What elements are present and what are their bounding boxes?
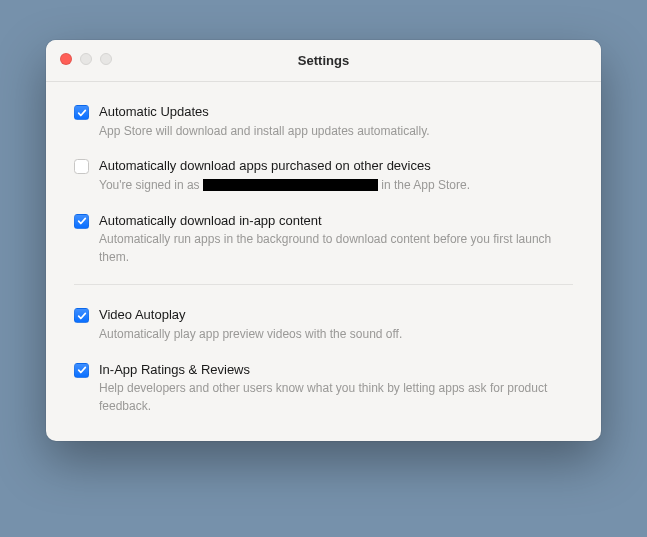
settings-content: Automatic Updates App Store will downloa…: [46, 82, 601, 441]
auto-download-inapp-content-checkbox[interactable]: [74, 214, 89, 229]
traffic-lights: [60, 53, 112, 65]
setting-row: In-App Ratings & Reviews Help developers…: [74, 362, 573, 416]
auto-download-purchased-checkbox[interactable]: [74, 159, 89, 174]
setting-text: In-App Ratings & Reviews Help developers…: [99, 362, 573, 416]
setting-desc: App Store will download and install app …: [99, 123, 573, 140]
redacted-account: [203, 179, 378, 191]
check-icon: [77, 108, 87, 118]
check-icon: [77, 365, 87, 375]
setting-desc: You're signed in as in the App Store.: [99, 177, 573, 194]
inapp-ratings-reviews-checkbox[interactable]: [74, 363, 89, 378]
desc-prefix: You're signed in as: [99, 178, 203, 192]
setting-text: Automatically download in-app content Au…: [99, 213, 573, 267]
setting-desc: Automatically run apps in the background…: [99, 231, 573, 266]
desc-suffix: in the App Store.: [378, 178, 470, 192]
setting-desc: Help developers and other users know wha…: [99, 380, 573, 415]
settings-window: Settings Automatic Updates App Store wil…: [46, 40, 601, 441]
setting-label: Automatically download in-app content: [99, 213, 573, 230]
setting-label: Automatic Updates: [99, 104, 573, 121]
setting-text: Automatic Updates App Store will downloa…: [99, 104, 573, 140]
automatic-updates-checkbox[interactable]: [74, 105, 89, 120]
window-title: Settings: [298, 53, 349, 68]
setting-row: Automatically download in-app content Au…: [74, 213, 573, 267]
titlebar: Settings: [46, 40, 601, 82]
setting-row: Automatic Updates App Store will downloa…: [74, 104, 573, 140]
check-icon: [77, 216, 87, 226]
setting-label: Video Autoplay: [99, 307, 573, 324]
setting-label: In-App Ratings & Reviews: [99, 362, 573, 379]
divider: [74, 284, 573, 285]
maximize-button[interactable]: [100, 53, 112, 65]
check-icon: [77, 311, 87, 321]
video-autoplay-checkbox[interactable]: [74, 308, 89, 323]
close-button[interactable]: [60, 53, 72, 65]
setting-row: Video Autoplay Automatically play app pr…: [74, 307, 573, 343]
setting-row: Automatically download apps purchased on…: [74, 158, 573, 194]
minimize-button[interactable]: [80, 53, 92, 65]
setting-desc: Automatically play app preview videos wi…: [99, 326, 573, 343]
setting-label: Automatically download apps purchased on…: [99, 158, 573, 175]
setting-text: Automatically download apps purchased on…: [99, 158, 573, 194]
setting-text: Video Autoplay Automatically play app pr…: [99, 307, 573, 343]
